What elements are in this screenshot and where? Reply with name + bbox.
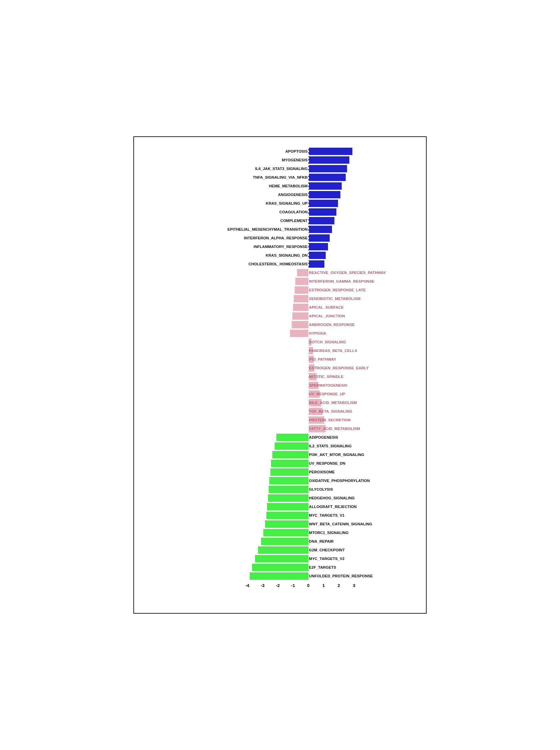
bar — [308, 200, 338, 207]
bar-label-right: MITOTIC_SPINDLE — [309, 375, 343, 379]
chart-area: APOPTOSISMYOGENESISIL6_JAK_STAT3_SIGNALI… — [141, 147, 434, 580]
bar-label-left: COAGULATION — [279, 210, 308, 214]
bar-label-right: IL2_STAT5_SIGNALING — [309, 444, 352, 448]
x-axis-tick: -2 — [276, 583, 280, 588]
bar-label-right: WNT_BETA_CATENIN_SIGNALING — [309, 522, 372, 526]
bar — [268, 494, 308, 502]
bar-row: EPITHELIAL_MESENCHYMAL_TRANSITION — [141, 225, 434, 234]
bar-row: G2M_CHECKPOINT — [141, 546, 434, 554]
bar-label-right: PANCREAS_BETA_CELLS — [309, 349, 357, 353]
bar-row: UV_RESPONSE_DN — [141, 459, 434, 468]
bar-row: BILE_ACID_METABOLISM — [141, 398, 434, 407]
bar-row: ANGIOGENESIS — [141, 190, 434, 199]
bar-row: CHOLESTEROL_HOMEOSTASIS — [141, 260, 434, 268]
bar-row: ANDROGEN_RESPONSE — [141, 320, 434, 329]
bar — [252, 564, 308, 571]
bar — [308, 217, 334, 224]
bar-row: ALLOGRAFT_REJECTION — [141, 502, 434, 511]
bar-label-left: TNFA_SIGNALING_VIA_NFKB — [253, 175, 308, 179]
bar — [269, 477, 308, 484]
bar-row: ADIPOGENESIS — [141, 433, 434, 442]
bar — [308, 226, 332, 233]
bar — [308, 234, 330, 242]
bar-label-right: MYC_TARGETS_V1 — [309, 513, 345, 517]
bar — [308, 148, 353, 155]
bar-label-right: REACTIVE_OXYGEN_SPECIES_PATHWAY — [309, 271, 386, 275]
bar-label-right: INTERFERON_GAMMA_RESPONSE — [309, 279, 374, 283]
bar-row: UNFOLDED_PROTEIN_RESPONSE — [141, 572, 434, 580]
bar-row: INTERFERON_GAMMA_RESPONSE — [141, 277, 434, 286]
bar-label-right: PEROXISOME — [309, 470, 335, 474]
bar — [265, 520, 308, 528]
bar-row: OXIDATIVE_PHOSPHORYLATION — [141, 477, 434, 485]
bar-label-right: HYPOXIA — [309, 331, 326, 335]
bar — [258, 546, 308, 554]
bar-label-left: CHOLESTEROL_HOMEOSTASIS — [248, 262, 307, 266]
bar — [267, 503, 308, 510]
bar — [308, 260, 324, 268]
bar-label-right: GLYCOLYSIS — [309, 487, 333, 491]
bar — [308, 174, 346, 181]
bar — [308, 243, 328, 250]
bar-label-left: KRAS_SIGNALING_UP — [266, 201, 308, 205]
bar-row: ESTROGEN_RESPONSE_LATE — [141, 286, 434, 294]
bar — [308, 165, 347, 172]
bar-label-right: BILE_ACID_METABOLISM — [309, 401, 357, 405]
bar-label-right: MTORC1_SIGNALING — [309, 531, 349, 535]
bar — [295, 278, 308, 285]
bar-label-left: INFLAMMATORY_RESPONSE — [254, 245, 308, 249]
bar-row: XENOBIOTIC_METABOLISM — [141, 294, 434, 303]
bar — [250, 572, 308, 580]
bar-row: APICAL_JUNCTION — [141, 312, 434, 320]
bar-row: TNFA_SIGNALING_VIA_NFKB — [141, 173, 434, 182]
bar — [272, 451, 308, 458]
bar — [270, 468, 308, 476]
x-axis-tick: 2 — [338, 583, 340, 588]
bar-row: GLYCOLYSIS — [141, 485, 434, 494]
x-axis-tick: 3 — [353, 583, 355, 588]
bar-row: WNT_BETA_CATENIN_SIGNALING — [141, 520, 434, 528]
bar-label-left: MYOGENESIS — [282, 158, 308, 162]
bar-row: MYOGENESIS — [141, 156, 434, 164]
bar-label-right: APICAL_SURFACE — [309, 305, 344, 309]
bar-label-left: INTERFERON_ALPHA_RESPONSE — [244, 236, 308, 240]
bar — [271, 460, 308, 467]
bar — [308, 252, 326, 259]
bar — [275, 442, 308, 450]
bar-row: HEDGEHOG_SIGNALING — [141, 494, 434, 502]
bar-row: HEME_METABOLISM — [141, 182, 434, 190]
bar — [308, 208, 337, 216]
bar-row: SPERMATOGENESIS — [141, 381, 434, 390]
bar — [266, 512, 308, 519]
bar-row: PEROXISOME — [141, 468, 434, 477]
bar-row: E2F_TARGETS — [141, 563, 434, 572]
bar — [292, 312, 308, 320]
bar-row: MTORC1_SIGNALING — [141, 528, 434, 537]
bar-label-right: UV_RESPONSE_DN — [309, 461, 345, 465]
bar-row: IL2_STAT5_SIGNALING — [141, 442, 434, 450]
bar-label-right: OXIDATIVE_PHOSPHORYLATION — [309, 479, 370, 483]
bar-row: NOTCH_SIGNALING — [141, 338, 434, 346]
bar-label-left: IL6_JAK_STAT3_SIGNALING — [255, 167, 307, 171]
bar-label-right: MYC_TARGETS_V2 — [309, 557, 345, 561]
bar-row: MYC_TARGETS_V1 — [141, 511, 434, 520]
x-axis-tick: -4 — [245, 583, 249, 588]
bar-label-left: COMPLEMENT — [280, 219, 308, 223]
bar-label-left: HEME_METABOLISM — [269, 184, 308, 188]
bar-row: PI3K_AKT_MTOR_SIGNALING — [141, 450, 434, 459]
bar — [293, 304, 308, 311]
x-axis-tick: 0 — [307, 583, 309, 588]
bar-row: TGF_BETA_SIGNALING — [141, 407, 434, 415]
bar-row: KRAS_SIGNALING_UP — [141, 199, 434, 208]
bar-label-right: E2F_TARGETS — [309, 565, 336, 569]
bar-label-right: SPERMATOGENESIS — [309, 383, 347, 387]
bar-label-right: FATTY_ACID_METABOLISM — [309, 427, 360, 431]
bar-row: PANCREAS_BETA_CELLS — [141, 346, 434, 355]
bar-row: APICAL_SURFACE — [141, 303, 434, 312]
bar-row: REACTIVE_OXYGEN_SPECIES_PATHWAY — [141, 268, 434, 277]
bar — [295, 286, 308, 294]
bar — [308, 156, 349, 164]
bar-label-right: UV_RESPONSE_UP — [309, 392, 345, 396]
bar — [255, 555, 308, 562]
bar-label-right: APICAL_JUNCTION — [309, 314, 345, 318]
